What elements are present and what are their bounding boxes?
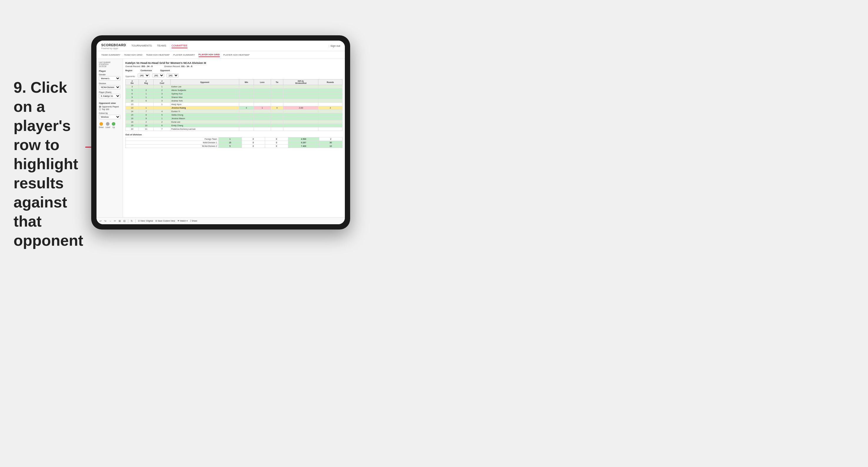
logo: SCOREBOARD Powered by clippd [101, 42, 126, 50]
player-rank-select[interactable]: 8. Katelyn Vo [99, 94, 120, 98]
table-row[interactable]: 14 7 4 Eunice Yi [126, 110, 342, 113]
tab-player-summary[interactable]: PLAYER SUMMARY [173, 53, 195, 57]
tab-team-summary[interactable]: TEAM SUMMARY [101, 53, 120, 57]
redo-icon[interactable]: ↪ [104, 220, 106, 222]
refresh-icon[interactable]: ↻ [131, 220, 133, 222]
filter-region-header: Region [125, 69, 132, 71]
share-button[interactable]: ⤴ Share [190, 220, 197, 222]
colour-dot-level [106, 122, 110, 126]
division-record: Division Record: 331 - 34 - 6 [164, 65, 192, 68]
nav-bar: SCOREBOARD Powered by clippd TOURNAMENTS… [96, 41, 345, 51]
nav-tournaments[interactable]: TOURNAMENTS [131, 43, 152, 48]
radio-dot-top100 [99, 108, 101, 111]
view-original-button[interactable]: ⊡ View: Original [138, 220, 153, 222]
tab-player-h2h-grid[interactable]: PLAYER H2H GRID [198, 53, 220, 57]
filter-opponent-group: Opponent [160, 69, 170, 72]
nav-committee[interactable]: COMMITTEE [172, 43, 187, 48]
region-filter-select[interactable]: (All) [138, 73, 150, 77]
table-row[interactable]: 20 11 7 Federica Domecq Lacroze [126, 127, 342, 131]
col-diff: Diff AvStrokes/Rnd [283, 80, 318, 85]
col-win: Win [239, 80, 254, 85]
filter-row: Region Conference Opponent [125, 69, 342, 72]
share-icon: ⤴ [190, 220, 191, 222]
content-area: Katelyn Vo Head-to-Head Grid for Women's… [123, 59, 345, 217]
watch-button[interactable]: 👁 Watch ▾ [178, 220, 188, 222]
forward-icon[interactable]: → [109, 220, 112, 222]
table-row[interactable]: 9 1 4 Sharon Mun [126, 96, 342, 99]
table-row[interactable]: 10 6 3 Andrea York [126, 99, 342, 103]
filter-selects-row: Opponents: (All) (All) (All) [125, 73, 342, 77]
col-reg: #Reg [138, 80, 154, 85]
division-select[interactable]: NCAA Division III [99, 85, 120, 89]
table-row[interactable]: 13 1 Heeji Hyun [126, 103, 342, 106]
out-row-ncaa2[interactable]: NCAA Division 2 5 0 0 7.400 10 [126, 145, 342, 148]
h2h-grid-table: #Div #Reg #Conf Opponent Win Loss Tie Di… [125, 79, 342, 131]
table-row[interactable]: 18 2 2 Euna Lee [126, 120, 342, 124]
colour-label-up: Up [112, 126, 115, 128]
copy-icon[interactable]: ⊞ [119, 220, 121, 222]
col-rounds: Rounds [318, 80, 342, 85]
save-icon: ⊟ [155, 220, 157, 222]
conference-filter-select[interactable]: (All) [152, 73, 164, 77]
colour-section: Colour by Win/loss Down Level [99, 112, 120, 128]
tab-team-h2h-grid[interactable]: TEAM H2H GRID [124, 53, 143, 57]
col-div: #Div [126, 80, 139, 85]
scissors-icon[interactable]: ✂ [114, 220, 116, 222]
overall-record: Overall Record: 353 - 34 - 6 [125, 65, 153, 68]
sidebar-player-label: Player [99, 70, 120, 72]
colour-select[interactable]: Win/loss [99, 115, 120, 119]
nav-items: TOURNAMENTS TEAMS COMMITTEE [131, 43, 329, 48]
filter-conference-header: Conference [141, 69, 152, 71]
grid-title: Katelyn Vo Head-to-Head Grid for Women's… [125, 61, 342, 64]
opponent-filter-select[interactable]: (All) [166, 73, 179, 77]
sidebar-gender-label: Gender [99, 73, 120, 75]
table-row[interactable]: 5 2 2 Alexis Sudjianto [126, 89, 342, 92]
table-row[interactable]: 15 8 5 Stella Chong [126, 113, 342, 117]
opponent-view-section: Opponent view Opponents Played Top 100 [99, 102, 120, 111]
eye-icon: 👁 [178, 220, 180, 222]
out-row-foreign[interactable]: Foreign Team 1 0 0 4.500 2 [126, 137, 342, 141]
col-tie: Tie [271, 80, 283, 85]
table-row[interactable]: 6 1 3 Sydney Kuo [126, 92, 342, 96]
sign-out-button[interactable]: Sign out [331, 44, 340, 48]
save-custom-button[interactable]: ⊟ Save Custom View [155, 220, 175, 222]
records-row: Overall Record: 353 - 34 - 6 Division Re… [125, 65, 342, 68]
table-row-highlighted[interactable]: 13 1 Jessica Huang 0 1 0 -3.00 2 [126, 106, 342, 110]
out-of-division-label: Out of division [125, 133, 342, 136]
table-row[interactable]: 16 9 1 Jessica Mason [126, 117, 342, 120]
radio-opponents-played[interactable]: Opponents Played [99, 106, 120, 108]
out-row-naia1[interactable]: NAIA Division 1 15 0 0 9.267 30 [126, 141, 342, 145]
nav-teams[interactable]: TEAMS [157, 43, 166, 48]
table-row[interactable]: 3 1 Esther Lee [126, 85, 342, 89]
radio-dot-opponents [99, 106, 101, 108]
tablet-screen: SCOREBOARD Powered by clippd TOURNAMENTS… [96, 41, 345, 224]
col-opponent: Opponent [170, 80, 239, 85]
radio-top100[interactable]: Top 100 [99, 108, 120, 111]
main-content: Last Updated: 27/03/2024 16:55:28 Player… [96, 59, 345, 217]
tab-team-h2h-heatmap[interactable]: TEAM H2H HEATMAP [146, 53, 170, 57]
gender-select[interactable]: Women's [99, 76, 120, 81]
filter-region-group: Region [125, 69, 132, 72]
sidebar: Last Updated: 27/03/2024 16:55:28 Player… [96, 59, 123, 217]
tablet-frame: SCOREBOARD Powered by clippd TOURNAMENTS… [91, 35, 350, 229]
col-loss: Loss [254, 80, 271, 85]
out-of-division-table: Foreign Team 1 0 0 4.500 2 NAIA Division… [125, 137, 342, 148]
sidebar-player-rank-label: Player (Rank) [99, 91, 120, 93]
sub-nav: TEAM SUMMARY TEAM H2H GRID TEAM H2H HEAT… [96, 51, 345, 59]
view-original-icon: ⊡ [138, 220, 140, 222]
colour-dots: Down Level Up [99, 122, 120, 128]
tab-player-h2h-heatmap[interactable]: PLAYER H2H HEATMAP [223, 53, 250, 57]
paste-icon[interactable]: ⊟ [123, 220, 126, 222]
colour-dot-up [112, 122, 115, 126]
sidebar-division-label: Division [99, 83, 120, 85]
colour-label-level: Level [105, 126, 110, 128]
filter-conference-group: Conference [141, 69, 152, 72]
colour-dot-down [99, 122, 103, 126]
opponent-view-label: Opponent view [99, 102, 120, 104]
colour-label-down: Down [99, 126, 104, 128]
col-conf: #Conf [154, 80, 170, 85]
table-row[interactable]: 19 10 6 Emily Chang [126, 124, 342, 127]
undo-icon[interactable]: ↩ [99, 220, 102, 222]
colour-label: Colour by [99, 112, 120, 114]
toolbar: ↩ ↪ → ✂ ⊞ ⊟ ↻ ⊡ View: Original ⊟ Save Cu… [96, 217, 345, 224]
